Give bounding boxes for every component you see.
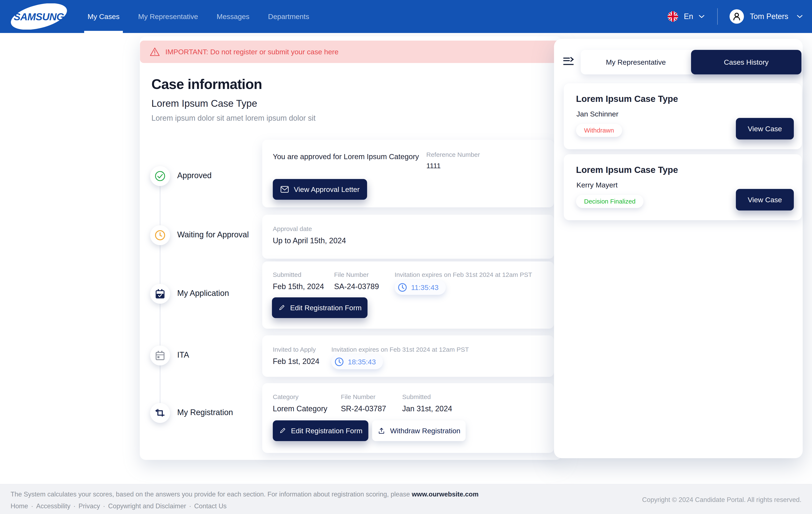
status-badge-withdrawn: Withdrawn xyxy=(576,124,622,137)
collapse-panel-icon xyxy=(563,57,574,66)
case-description: Lorem ipsum dolor sit amet lorem ipsum d… xyxy=(151,114,316,123)
footer-note-text: The System calculates your scores, based… xyxy=(10,490,410,498)
timer-clock-icon xyxy=(334,357,344,367)
approved-message: You are approved for Lorem Ipsum Categor… xyxy=(273,152,419,161)
status-badge-decision-finalized: Decision Finalized xyxy=(576,195,643,208)
case-history-card-1: Lorem Ipsum Case Type Jan Schinner Withd… xyxy=(564,83,802,149)
user-name[interactable]: Tom Peters xyxy=(750,12,788,21)
tab-cases-history[interactable]: Cases History xyxy=(691,50,802,74)
check-circle-icon xyxy=(154,171,166,182)
case-person-name: Jan Schinner xyxy=(576,110,618,118)
case-title: Lorem Ipsum Case Type xyxy=(576,94,678,104)
application-card: Submitted Feb 15th, 2024 File Number SA-… xyxy=(262,262,554,329)
user-chevron-down-icon[interactable] xyxy=(797,14,803,19)
footer-website-link[interactable]: www.ourwebsite.com xyxy=(412,490,478,498)
crop-icon xyxy=(155,408,165,418)
warning-banner: IMPORTANT: Do not register or submit you… xyxy=(140,40,561,63)
warning-text: IMPORTANT: Do not register or submit you… xyxy=(165,48,339,56)
footer: The System calculates your scores, based… xyxy=(0,484,812,514)
edit-registration-form-button[interactable]: Edit Registration Form xyxy=(272,297,368,318)
reference-number-label: Reference Number xyxy=(426,151,480,158)
collapse-panel-button[interactable] xyxy=(563,57,574,66)
ita-invitation-expiry-label: Invitation expires on Feb 31st 2024 at 1… xyxy=(331,346,469,353)
timeline-node-registration xyxy=(150,403,170,423)
page-title: Case information xyxy=(151,76,316,92)
envelope-icon xyxy=(280,186,289,193)
category-value: Lorem Category xyxy=(273,404,327,413)
step-label-ita: ITA xyxy=(177,351,189,360)
invitation-expiry-label: Invitation expires on Feb 31st 2024 at 1… xyxy=(395,271,532,278)
countdown-timer: 11:35:43 xyxy=(395,280,446,295)
footer-copyright-disclaimer-link[interactable]: Copywright and Disclaimer xyxy=(108,503,186,510)
footer-separator: · xyxy=(189,503,191,510)
footer-privacy-link[interactable]: Privacy xyxy=(79,503,100,510)
clock-icon xyxy=(154,230,166,241)
footer-links: Home · Accessbility · Privacy · Copywrig… xyxy=(10,503,227,510)
view-approval-letter-label: View Approval Letter xyxy=(294,185,359,193)
footer-note: The System calculates your scores, based… xyxy=(10,490,478,498)
timer-clock-icon xyxy=(398,282,407,292)
invited-to-apply-label: Invited to Apply xyxy=(273,346,316,353)
case-title: Lorem Ipsum Case Type xyxy=(576,165,678,175)
avatar[interactable] xyxy=(729,9,744,24)
submitted-label: Submitted xyxy=(273,271,301,278)
submitted-value: Feb 15th, 2024 xyxy=(273,282,324,291)
step-label-application: My Application xyxy=(177,289,229,298)
registration-card: Category Lorem Category File Number SR-2… xyxy=(262,383,554,453)
case-type-subtitle: Lorem Ipsum Case Type xyxy=(151,98,316,109)
navbar-divider xyxy=(717,8,718,25)
footer-copyright: Copyright © 2024 Candidate Portal. All r… xyxy=(642,496,802,504)
upload-icon xyxy=(377,427,385,435)
file-number-label: File Number xyxy=(334,271,369,278)
withdraw-registration-button[interactable]: Withdraw Registration xyxy=(372,420,466,441)
case-history-card-2: Lorem Ipsum Case Type Kerry Mayert Decis… xyxy=(564,154,802,220)
invited-to-apply-value: Feb 1st, 2024 xyxy=(273,357,319,366)
ita-countdown-value: 18:35:43 xyxy=(348,358,376,366)
nav-item-messages[interactable]: Messages xyxy=(217,0,250,33)
footer-contact-us-link[interactable]: Contact Us xyxy=(194,503,227,510)
approval-date-label: Approval date xyxy=(273,225,312,233)
case-person-name: Kerry Mayert xyxy=(576,181,618,189)
samsung-logo[interactable]: SAMSUNG xyxy=(9,3,68,30)
file-number-value: SA-24-03789 xyxy=(334,282,379,291)
view-case-button-2[interactable]: View Case xyxy=(736,189,794,211)
footer-separator: · xyxy=(74,503,76,510)
nav-item-my-cases[interactable]: My Cases xyxy=(88,0,119,33)
ita-countdown-timer: 18:35:43 xyxy=(331,355,383,369)
top-navbar: SAMSUNG My Cases My Representative Messa… xyxy=(0,0,812,33)
approval-date-value: Up to April 15th, 2024 xyxy=(273,236,346,245)
view-approval-letter-button[interactable]: View Approval Letter xyxy=(273,179,367,200)
timeline-node-application xyxy=(150,284,170,304)
nav-items: My Cases My Representative Messages Depa… xyxy=(88,0,309,33)
view-case-button-1[interactable]: View Case xyxy=(736,118,794,140)
candidate-portal-page: SAMSUNG My Cases My Representative Messa… xyxy=(0,0,812,514)
nav-item-my-representative[interactable]: My Representative xyxy=(138,0,198,33)
registration-submitted-label: Submitted xyxy=(402,393,431,400)
ita-card: Invited to Apply Feb 1st, 2024 Invitatio… xyxy=(262,335,554,377)
step-label-registration: My Registration xyxy=(177,408,233,417)
footer-separator: · xyxy=(103,503,105,510)
timeline-node-approved xyxy=(150,166,170,186)
cases-side-panel: My Representative Cases History Lorem Ip… xyxy=(554,39,803,458)
timeline-node-ita xyxy=(150,345,170,365)
footer-home-link[interactable]: Home xyxy=(10,503,28,510)
countdown-value: 11:35:43 xyxy=(411,283,439,292)
calendar-check-icon xyxy=(155,289,165,299)
timeline-node-waiting xyxy=(150,225,170,245)
language-label: En xyxy=(684,12,693,21)
svg-text:SAMSUNG: SAMSUNG xyxy=(14,11,64,22)
warning-icon xyxy=(150,47,160,56)
nav-item-departments[interactable]: Departments xyxy=(268,0,309,33)
waiting-card: Approval date Up to April 15th, 2024 xyxy=(262,215,554,259)
approved-card: You are approved for Lorem Ipsum Categor… xyxy=(262,140,554,207)
edit-registration-form-label-2: Edit Registration Form xyxy=(291,427,362,435)
edit-registration-form-label: Edit Registration Form xyxy=(290,304,361,312)
footer-accessibility-link[interactable]: Accessbility xyxy=(36,503,70,510)
edit-registration-form-button-2[interactable]: Edit Registration Form xyxy=(273,420,368,441)
panel-tabs: My Representative Cases History xyxy=(581,50,802,74)
language-selector[interactable]: En xyxy=(667,11,704,22)
step-label-approved: Approved xyxy=(177,171,212,180)
uk-flag-icon xyxy=(667,11,678,22)
tab-my-representative[interactable]: My Representative xyxy=(581,50,691,74)
category-label: Category xyxy=(273,393,298,400)
